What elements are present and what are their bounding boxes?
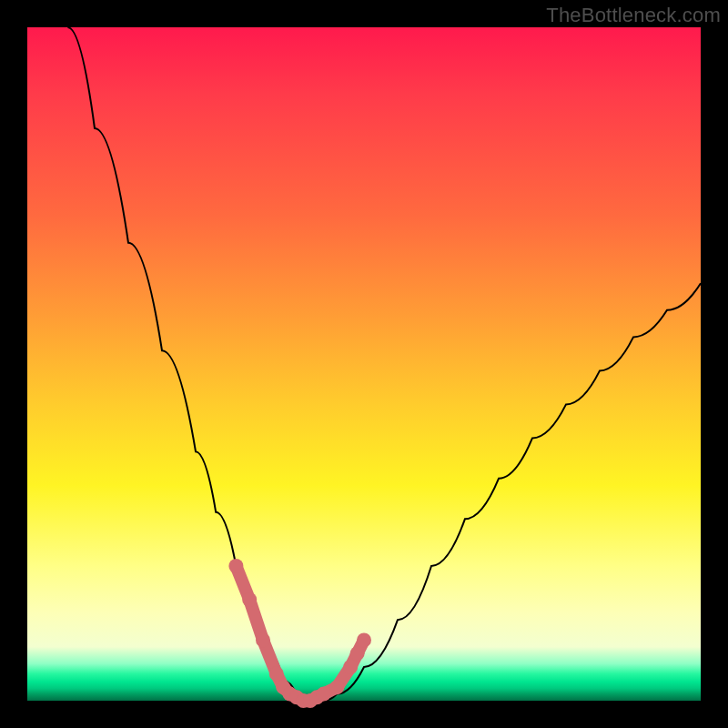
marker-dot — [343, 660, 358, 674]
marker-dot — [317, 687, 331, 702]
marker-connector — [236, 566, 364, 701]
marker-dot — [256, 632, 270, 647]
marker-dot — [329, 680, 344, 694]
highlight-markers — [228, 559, 371, 708]
marker-dot — [228, 559, 243, 573]
marker-dot — [269, 666, 284, 681]
curve-layer — [27, 27, 701, 701]
marker-dot — [242, 592, 257, 607]
marker-dot — [357, 632, 371, 647]
chart-frame: TheBottleneck.com — [0, 0, 728, 728]
watermark-text: TheBottleneck.com — [546, 4, 721, 27]
plot-area — [27, 27, 701, 701]
marker-dot — [350, 646, 365, 661]
bottleneck-curve — [67, 27, 701, 701]
curve-path — [67, 27, 701, 701]
